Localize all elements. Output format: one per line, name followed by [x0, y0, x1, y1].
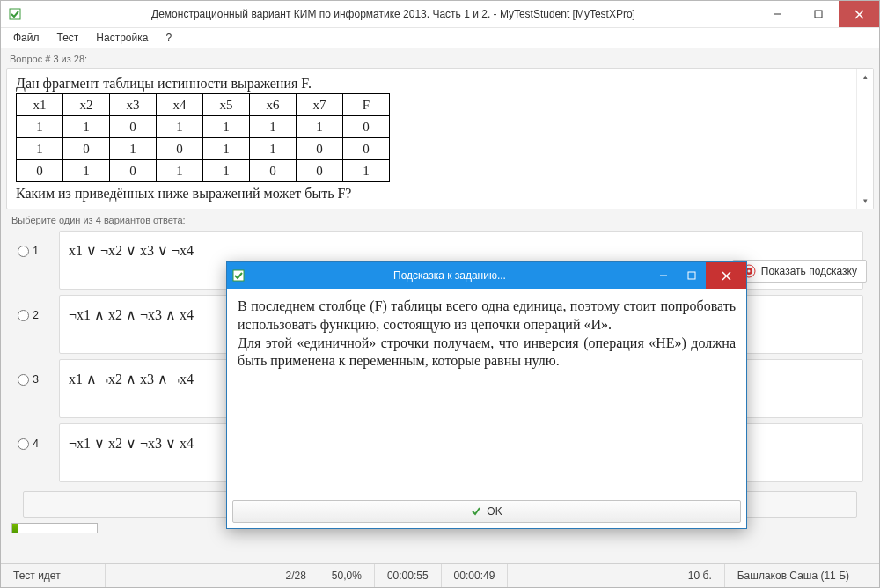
truth-cell: 1 — [110, 138, 157, 160]
hint-dialog-body: В последнем столбце (F) таблицы всего од… — [227, 289, 746, 496]
scroll-up-icon[interactable]: ▴ — [857, 69, 873, 85]
window-controls — [758, 1, 879, 27]
svg-rect-0 — [10, 9, 20, 19]
truth-cell: 1 — [250, 138, 297, 160]
minimize-button[interactable] — [758, 1, 798, 27]
hint-dialog-icon — [232, 269, 245, 282]
truth-header: x6 — [250, 94, 297, 116]
menu-test[interactable]: Тест — [50, 30, 86, 46]
svg-rect-8 — [233, 270, 244, 281]
option-radio[interactable] — [18, 246, 29, 257]
status-progress: 2/28 — [274, 564, 319, 587]
truth-cell: 1 — [203, 116, 250, 138]
truth-cell: 1 — [63, 116, 110, 138]
truth-cell: 1 — [63, 160, 110, 182]
window-title: Демонстрационный вариант КИМ по информат… — [29, 8, 758, 20]
app-icon — [8, 7, 22, 21]
truth-header: x3 — [110, 94, 157, 116]
truth-header: x2 — [63, 94, 110, 116]
option-number: 2 — [33, 309, 39, 321]
truth-cell: 1 — [343, 160, 390, 182]
truth-cell: 0 — [17, 160, 63, 182]
menubar: Файл Тест Настройка ? — [1, 28, 879, 48]
truth-table: x1x2x3x4x5x6x7F 110111101010110001011001 — [16, 93, 390, 182]
truth-cell: 0 — [250, 160, 297, 182]
option-radio[interactable] — [18, 374, 29, 386]
status-elapsed: 00:00:55 — [375, 564, 442, 587]
close-button[interactable] — [839, 1, 879, 27]
status-state: Тест идет — [1, 564, 106, 587]
answer-instruction: Выберите один из 4 вариантов ответа: — [8, 215, 186, 225]
progress-bar — [11, 523, 98, 533]
hint-dialog: Подсказка к заданию... В последнем столб… — [226, 261, 747, 529]
hint-dialog-titlebar[interactable]: Подсказка к заданию... — [227, 262, 746, 289]
hint-dialog-footer: OK — [227, 496, 746, 528]
truth-cell: 0 — [110, 116, 157, 138]
question-counter: Вопрос # 3 из 28: — [6, 52, 874, 68]
hint-text-2: Для этой «единичной» строчки получаем, ч… — [238, 334, 736, 371]
question-scrollbar[interactable]: ▴ ▾ — [856, 69, 873, 209]
option-number: 1 — [33, 245, 39, 257]
question-box: ▴ ▾ Дан фрагмент таблицы истинности выра… — [6, 68, 874, 209]
progress-fill — [12, 524, 18, 533]
question-text-1: Дан фрагмент таблицы истинности выражени… — [16, 76, 864, 92]
hint-ok-button[interactable]: OK — [232, 500, 741, 523]
hint-close-button[interactable] — [706, 262, 746, 289]
truth-cell: 1 — [17, 138, 63, 160]
status-pertask: 00:00:49 — [442, 564, 509, 587]
truth-cell: 0 — [343, 138, 390, 160]
truth-cell: 1 — [203, 160, 250, 182]
truth-header: x7 — [297, 94, 343, 116]
truth-cell: 0 — [157, 138, 203, 160]
menu-help[interactable]: ? — [158, 30, 179, 46]
svg-rect-10 — [688, 272, 695, 279]
hint-dialog-controls — [649, 262, 746, 289]
truth-header: x1 — [17, 94, 63, 116]
answer-header-strip: Выберите один из 4 вариантов ответа: — [6, 209, 874, 229]
status-student: Башлаков Саша (11 Б) — [725, 564, 862, 587]
truth-cell: 1 — [297, 116, 343, 138]
svg-rect-2 — [815, 11, 822, 18]
truth-cell: 1 — [157, 116, 203, 138]
statusbar: Тест идет 2/28 50,0% 00:00:55 00:00:49 1… — [1, 563, 879, 587]
truth-cell: 0 — [343, 116, 390, 138]
option-radio[interactable] — [18, 310, 29, 321]
option-radio[interactable] — [18, 438, 29, 450]
truth-cell: 0 — [110, 160, 157, 182]
ok-button-label: OK — [487, 505, 502, 518]
main-window: Демонстрационный вариант КИМ по информат… — [0, 0, 880, 588]
option-number: 4 — [33, 437, 39, 450]
menu-settings[interactable]: Настройка — [89, 30, 155, 46]
truth-header: F — [343, 94, 390, 116]
question-text-2: Каким из приведённых ниже выражений може… — [16, 186, 864, 202]
truth-cell: 1 — [250, 116, 297, 138]
truth-header: x4 — [157, 94, 203, 116]
truth-cell: 1 — [203, 138, 250, 160]
hint-dialog-title: Подсказка к заданию... — [250, 269, 649, 282]
maximize-button[interactable] — [798, 1, 839, 27]
svg-point-7 — [747, 270, 750, 273]
status-percent: 50,0% — [319, 564, 375, 587]
truth-cell: 0 — [297, 138, 343, 160]
content-area: Вопрос # 3 из 28: ▴ ▾ Дан фрагмент табли… — [1, 48, 879, 563]
status-score: 10 б. — [676, 564, 725, 587]
menu-file[interactable]: Файл — [6, 30, 47, 46]
truth-cell: 1 — [17, 116, 63, 138]
hint-minimize-button[interactable] — [649, 262, 678, 289]
scroll-down-icon[interactable]: ▾ — [857, 193, 873, 209]
truth-cell: 0 — [297, 160, 343, 182]
ok-check-icon — [471, 506, 481, 517]
option-number: 3 — [33, 373, 39, 386]
hint-maximize-button[interactable] — [678, 262, 706, 289]
truth-header: x5 — [203, 94, 250, 116]
hint-text-1: В последнем столбце (F) таблицы всего од… — [238, 298, 736, 334]
hint-button-label: Показать подсказку — [761, 265, 857, 277]
truth-cell: 1 — [157, 160, 203, 182]
truth-cell: 0 — [63, 138, 110, 160]
show-hint-button[interactable]: Показать подсказку — [732, 260, 867, 283]
titlebar: Демонстрационный вариант КИМ по информат… — [1, 1, 879, 28]
